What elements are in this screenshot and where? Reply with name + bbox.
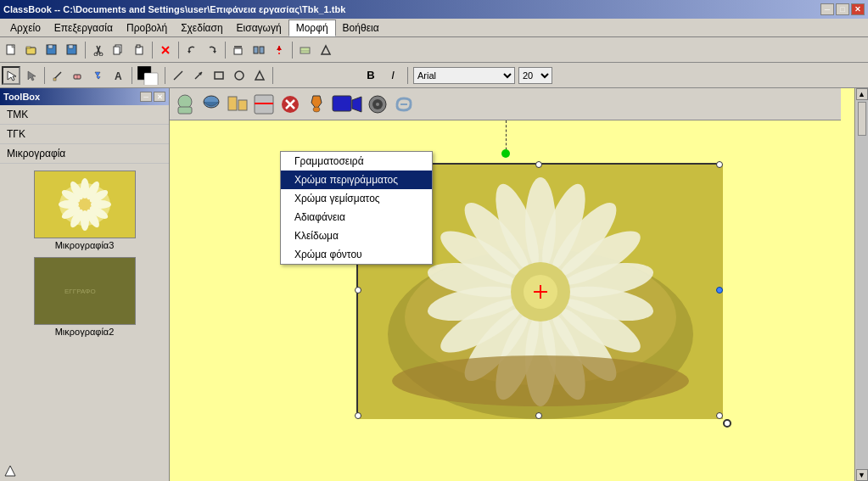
text-tool[interactable]: A [109,66,128,85]
open-button[interactable] [22,41,41,59]
svg-rect-26 [300,48,310,53]
handle-tm[interactable] [535,161,542,168]
menu-arxeio[interactable]: Αρχείο [3,20,48,36]
maximize-button[interactable]: □ [836,3,849,15]
redo-button[interactable] [203,41,221,59]
tb-btn7[interactable] [270,41,288,59]
canvas-area[interactable] [170,88,854,481]
svg-point-76 [376,103,379,106]
line-tool[interactable] [169,66,188,85]
italic-button[interactable]: I [384,66,402,85]
svg-point-104 [392,355,689,406]
thumbnail-item-3[interactable]: Μικρογραφία3 [7,171,162,250]
sep5 [292,42,293,59]
audio-btn[interactable] [366,92,389,116]
fill-canvas-btn[interactable] [305,92,328,116]
scroll-thumb[interactable] [858,102,866,136]
handle-ml[interactable] [355,287,361,294]
title-bar-buttons: ─ □ ✕ [820,3,865,15]
paste-button[interactable] [130,41,148,59]
dropdown-menu: Γραμματοσειρά Χρώμα περιγράμματος Χρώμα … [280,151,433,265]
color-picker-tool[interactable] [136,66,161,85]
svg-point-46 [78,198,92,211]
canvas-tb-btn2[interactable] [199,92,223,116]
close-button[interactable]: ✕ [851,3,865,15]
dropdown-item-xroma-gemismatos[interactable]: Χρώμα γεμίσματος [281,189,432,208]
menu-morfi[interactable]: Μορφή [288,20,336,36]
canvas-tb-btn1[interactable] [173,92,197,116]
tb-btn6[interactable] [249,41,268,59]
toolbox-title: ToolBox [3,92,40,102]
thumbnail-item-2[interactable]: ΕΓΓΡΑΦΟ Μικρογραφία2 [7,257,162,337]
video-btn[interactable] [331,92,363,116]
bold-button[interactable]: B [361,66,380,85]
canvas-tb-btn3[interactable] [226,92,249,116]
toolbox-header-btns: ─ ✕ [140,92,165,102]
dropdown-item-grammatoseira[interactable]: Γραμματοσειρά [281,152,432,171]
select-tool[interactable] [2,66,20,85]
green-handle[interactable] [501,149,510,158]
svg-marker-29 [8,71,16,81]
svg-text:ΕΓΓΡΑΦΟ: ΕΓΓΡΑΦΟ [64,288,96,295]
fill-tool[interactable] [89,66,108,85]
handle-br[interactable] [716,412,723,419]
tb-btn5[interactable] [229,41,248,59]
arrow-tool[interactable] [189,66,208,85]
toolbox-minimize-btn[interactable]: ─ [140,92,152,102]
toolbox-close-btn[interactable]: ✕ [154,92,165,102]
save2-button[interactable] [63,41,81,59]
handle-bottom-right[interactable] [723,419,731,428]
dropdown-item-xroma-perigrammatos[interactable]: Χρώμα περιγράμματος [281,171,432,189]
sep9 [272,67,273,84]
rect-tool[interactable] [210,66,228,85]
menu-eisagogi[interactable]: Εισαγωγή [230,20,288,36]
canvas-tb-btn4[interactable] [252,92,276,116]
scroll-down-btn[interactable]: ▼ [856,469,868,481]
tb-btn8[interactable] [296,41,315,59]
menu-voitheia[interactable]: Βοήθεια [336,20,386,36]
menu-sxediasi[interactable]: Σχεδίαση [174,20,229,36]
sep8 [165,67,165,84]
menu-provoli[interactable]: Προβολή [120,20,174,36]
link-btn[interactable] [392,92,416,116]
scroll-track[interactable] [856,100,868,469]
minimize-button[interactable]: ─ [820,3,834,15]
handle-bm[interactable] [535,412,542,419]
title-text: ClassBook -- C:\Documents and Settings\u… [3,4,345,14]
handle-bl[interactable] [355,412,361,419]
new-button[interactable] [2,41,20,59]
dropdown-item-kleidoma[interactable]: Κλείδωμα [281,227,432,245]
delete-canvas-btn[interactable] [278,92,302,116]
dropdown-item-adiafaneia[interactable]: Αδιαφάνεια [281,208,432,227]
sep6 [44,67,45,84]
delete-button[interactable] [156,41,175,59]
svg-marker-25 [277,46,282,50]
copy-button[interactable] [109,41,128,59]
toolbox-item-tmk[interactable]: ΤΜΚ [0,105,169,125]
pointer-tool[interactable] [22,66,41,85]
circle-tool[interactable] [230,66,249,85]
pencil-tool[interactable] [48,66,67,85]
menu-epeksergasia[interactable]: Επεξεργασία [48,20,120,36]
scrollbar-right[interactable]: ▲ ▼ [854,88,868,481]
font-size-select[interactable]: 20 12 14 16 24 36 [518,67,552,84]
triangle-tool[interactable] [250,66,269,85]
dropdown-item-xroma-fontou[interactable]: Χρώμα φόντου [281,245,432,264]
tb-btn9[interactable] [316,41,335,59]
undo-button[interactable] [182,41,201,59]
svg-rect-3 [26,47,31,48]
handle-tr[interactable] [716,161,723,168]
toolbar-row1 [0,37,868,63]
scroll-up-btn[interactable]: ▲ [856,88,868,100]
svg-rect-5 [48,45,53,48]
handle-mr[interactable] [716,287,723,294]
save-button[interactable] [42,41,61,59]
toolbox-item-tgk[interactable]: ΤΓΚ [0,125,169,144]
toolbox-item-mikrografia[interactable]: Μικρογραφία [0,144,169,164]
svg-rect-20 [234,48,242,54]
bottom-left-arrow[interactable] [2,462,19,479]
eraser-tool[interactable] [69,66,87,85]
main-area: ToolBox ─ ✕ ΤΜΚ ΤΓΚ Μικρογραφία [0,88,868,481]
cut-button[interactable] [89,41,108,59]
font-select[interactable]: Arial Times New Roman Courier [413,67,515,84]
